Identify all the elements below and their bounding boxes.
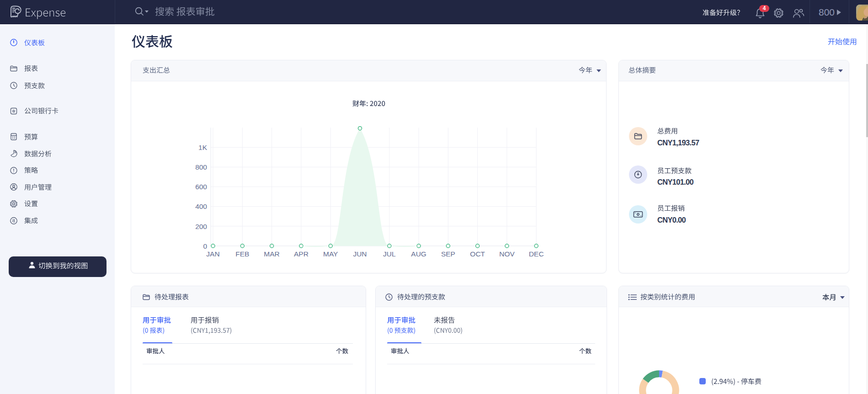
svg-text:400: 400 (195, 202, 207, 210)
svg-text:JAN: JAN (206, 250, 219, 258)
svg-text:200: 200 (195, 223, 207, 230)
svg-text:1K: 1K (198, 144, 208, 151)
svg-text:SEP: SEP (441, 250, 455, 258)
svg-text:0: 0 (203, 242, 207, 250)
svg-text:AUG: AUG (411, 250, 426, 258)
svg-text:800: 800 (195, 163, 207, 171)
svg-text:OCT: OCT (470, 250, 485, 258)
svg-text:FEB: FEB (235, 250, 249, 258)
svg-text:JUL: JUL (383, 250, 396, 258)
svg-text:600: 600 (195, 183, 207, 191)
svg-text:MAR: MAR (264, 250, 279, 258)
svg-text:DEC: DEC (529, 250, 544, 258)
svg-text:MAY: MAY (323, 250, 338, 258)
svg-text:JUN: JUN (353, 250, 367, 258)
svg-text:NOV: NOV (499, 250, 515, 258)
svg-text:APR: APR (294, 250, 309, 258)
